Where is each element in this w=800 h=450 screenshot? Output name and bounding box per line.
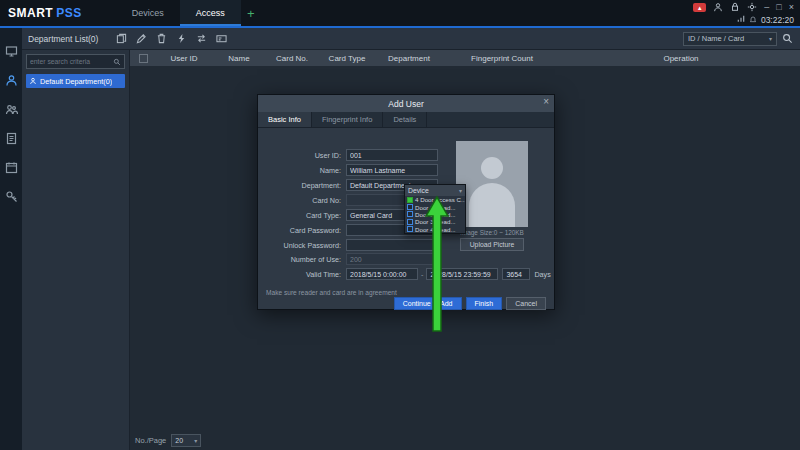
device-item-label: Door 3-Read... — [415, 218, 456, 225]
network-status-icon — [737, 15, 745, 25]
lightning-icon[interactable] — [176, 30, 187, 48]
device-checkbox[interactable] — [407, 197, 413, 203]
app-logo: SMART PSS — [8, 0, 82, 26]
rail-key-icon[interactable] — [5, 189, 18, 202]
device-checkbox[interactable] — [407, 211, 413, 217]
silhouette-head — [481, 157, 503, 179]
user-id-field[interactable] — [346, 149, 438, 161]
device-item-label: 4 Door Access C... — [415, 196, 465, 203]
swap-icon[interactable] — [196, 30, 207, 48]
filter-label: ID / Name / Card — [688, 34, 744, 43]
department-toolbar — [116, 30, 227, 48]
department-icon — [29, 77, 37, 85]
device-item[interactable]: Door 2-Read... — [405, 211, 465, 218]
pagination-bar: No./Page 20 ▾ — [130, 430, 800, 450]
tree-item-label: Default Department(0) — [40, 77, 112, 86]
title-bar: SMART PSS Devices Access + ▲ – □ — [0, 0, 800, 26]
name-field[interactable] — [346, 164, 438, 176]
dialog-buttons: Continue to Add Finish Cancel — [394, 297, 546, 310]
edit-icon[interactable] — [136, 30, 147, 48]
user-id-label: User ID: — [258, 151, 346, 160]
silhouette-body — [469, 183, 515, 227]
device-item-label: Door 1-Read... — [415, 204, 456, 211]
device-item[interactable]: Door 3-Read... — [405, 218, 465, 225]
device-dropdown-label: Device — [408, 187, 429, 194]
module-rail — [0, 28, 22, 450]
rail-monitor-icon[interactable] — [5, 44, 18, 57]
number-of-use-field[interactable] — [346, 253, 438, 265]
rail-report-icon[interactable] — [5, 131, 18, 144]
rail-calendar-icon[interactable] — [5, 160, 18, 173]
device-item[interactable]: 4 Door Access C... — [405, 196, 465, 203]
lock-icon[interactable] — [730, 2, 740, 14]
copy-icon[interactable] — [116, 30, 127, 48]
logo-text: SMART — [8, 6, 53, 20]
chevron-down-icon: ▾ — [459, 187, 462, 194]
close-button[interactable]: × — [789, 3, 794, 12]
col-user-id: User ID — [156, 54, 212, 63]
valid-time-label: Valid Time: — [258, 270, 346, 279]
alarm-icon[interactable]: ▲ — [693, 3, 706, 12]
device-dropdown-header[interactable]: Device ▾ — [405, 185, 465, 196]
tab-fingerprint-info[interactable]: Fingerprint Info — [312, 112, 383, 127]
department-value: Default Department — [350, 182, 411, 189]
card-type-value: General Card — [350, 212, 392, 219]
search-icon — [113, 58, 121, 66]
titlebar-right: ▲ – □ × 0 — [693, 0, 794, 26]
finish-button[interactable]: Finish — [466, 297, 503, 310]
clock-time: 03:22:20 — [761, 15, 794, 25]
device-checkbox[interactable] — [407, 219, 413, 225]
department-list-title: Department List(0) — [28, 34, 112, 44]
select-all-checkbox[interactable] — [139, 54, 148, 63]
valid-time-to-field[interactable] — [426, 268, 498, 280]
tab-details[interactable]: Details — [383, 112, 427, 127]
logo-accent-text: PSS — [56, 6, 82, 20]
minimize-button[interactable]: – — [764, 3, 769, 12]
number-of-use-label: Number of Use: — [258, 255, 346, 264]
tree-item-default-department[interactable]: Default Department(0) — [26, 74, 125, 88]
continue-to-add-button[interactable]: Continue to Add — [394, 297, 462, 310]
delete-icon[interactable] — [156, 30, 167, 48]
device-checkbox[interactable] — [407, 226, 413, 232]
settings-icon[interactable] — [747, 2, 757, 14]
device-item[interactable]: Door 1-Read... — [405, 203, 465, 210]
department-search-input[interactable] — [30, 58, 113, 65]
unlock-password-label: Unlock Password: — [258, 241, 346, 250]
valid-time-from-field[interactable] — [346, 268, 418, 280]
tab-devices[interactable]: Devices — [116, 0, 180, 26]
col-operation: Operation — [562, 54, 800, 63]
device-item-label: Door 4-Read... — [415, 226, 456, 233]
dialog-close-icon[interactable]: × — [543, 96, 549, 107]
col-name: Name — [212, 54, 266, 63]
card-password-label: Card Password: — [258, 226, 346, 235]
rail-user-icon[interactable] — [5, 73, 18, 86]
search-filter-dropdown[interactable]: ID / Name / Card ▾ — [683, 32, 777, 46]
card-type-label: Card Type: — [258, 211, 346, 220]
user-icon[interactable] — [713, 2, 723, 14]
department-search — [26, 54, 125, 69]
chevron-down-icon: ▾ — [769, 35, 772, 42]
rail-group-icon[interactable] — [5, 102, 18, 115]
col-card-no: Card No. — [266, 54, 318, 63]
maximize-button[interactable]: □ — [776, 3, 781, 12]
device-checkbox[interactable] — [407, 204, 413, 210]
name-label: Name: — [258, 166, 346, 175]
page-size-select[interactable]: 20 ▾ — [171, 434, 201, 447]
new-tab-button[interactable]: + — [241, 0, 261, 26]
department-label: Department: — [258, 181, 346, 190]
unlock-password-field[interactable] — [346, 239, 438, 251]
cancel-button[interactable]: Cancel — [506, 297, 546, 310]
tab-access[interactable]: Access — [180, 0, 241, 26]
dialog-title: Add User — [388, 99, 423, 109]
device-item[interactable]: Door 4-Read... — [405, 226, 465, 233]
tab-basic-info[interactable]: Basic Info — [258, 112, 312, 127]
page-size-label: No./Page — [135, 436, 166, 445]
card-icon[interactable] — [216, 30, 227, 48]
dialog-title-bar: Add User × — [258, 95, 554, 112]
search-button[interactable] — [782, 33, 793, 44]
device-dropdown: Device ▾ 4 Door Access C... Door 1-Read.… — [404, 184, 466, 234]
upload-picture-button[interactable]: Upload Picture — [460, 238, 524, 251]
smartpss-window: SMART PSS Devices Access + ▲ – □ — [0, 0, 800, 450]
valid-days-field[interactable] — [502, 268, 530, 280]
device-item-label: Door 2-Read... — [415, 211, 456, 218]
